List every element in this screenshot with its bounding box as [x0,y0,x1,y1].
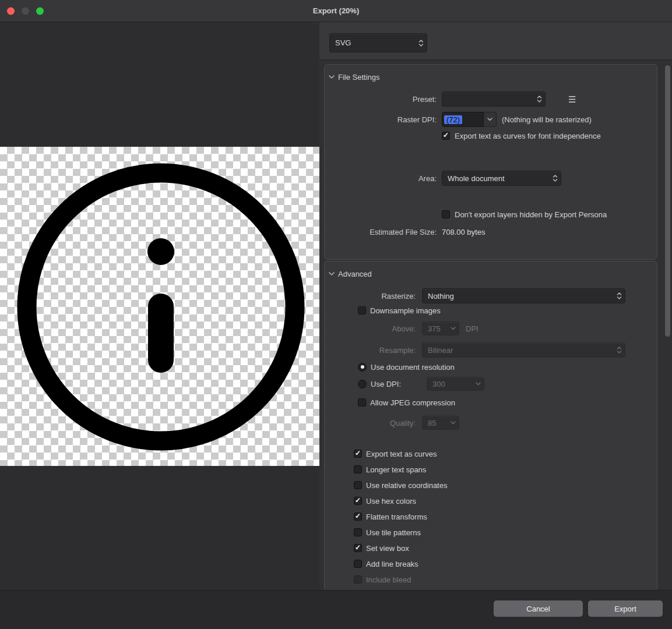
radio-button[interactable] [358,380,367,388]
preset-label: Preset: [325,95,437,104]
checkbox[interactable] [354,513,362,521]
raster-dpi-row: Raster DPI: (72) (Nothing will be raster… [325,112,657,127]
radio-row-use-document-resolution[interactable]: Use document resolution [358,362,657,372]
chevron-down-icon [487,118,492,121]
checkbox[interactable] [358,306,366,314]
resample-label: Resample: [325,346,416,355]
checkbox-label: Export text as curves for font independe… [455,132,601,140]
checkbox-label: Include bleed [366,575,411,584]
raster-dpi-selected-text: (72) [444,115,462,124]
checkbox-label: Export text as curves [366,450,437,458]
area-label: Area: [325,174,437,183]
checkbox[interactable] [354,465,362,473]
minimize-window-button [22,7,29,15]
raster-dpi-input[interactable]: (72) [442,112,484,127]
cancel-button[interactable]: Cancel [494,600,583,617]
resample-select: Bilinear [422,342,625,358]
checkbox[interactable] [354,560,362,568]
above-dpi-value: 375 [428,324,451,333]
preset-select[interactable] [442,91,546,107]
rasterize-select[interactable]: Nothing [422,288,625,303]
format-select-value: SVG [335,38,418,47]
area-select-value: Whole document [448,174,553,183]
checkbox-row-downsample-images[interactable]: Downsample images [358,305,657,316]
use-dpi-value: 300 [432,380,476,388]
checkbox-label: Flatten transforms [366,513,427,521]
estimated-file-size-label: Estimated File Size: [325,228,437,236]
checkbox-label: Longer text spans [366,465,426,474]
titlebar: Export (20%) [0,0,672,22]
checkbox[interactable] [354,497,362,505]
stepper-icon [617,292,622,300]
section-title: Advanced [338,270,372,278]
checkbox[interactable] [442,210,450,218]
quality-row: Quality: 85 [325,416,657,430]
checkbox-row-add-line-breaks[interactable]: Add line breaks [354,559,657,569]
zoom-window-button[interactable] [36,7,44,15]
checkbox-row-allow-jpeg-compression[interactable]: Allow JPEG compression [358,397,657,408]
raster-dpi-note: (Nothing will be rasterized) [502,115,592,124]
checkbox[interactable] [442,132,450,140]
checkbox[interactable] [358,398,366,407]
traffic-lights [7,7,44,15]
area-select[interactable]: Whole document [442,171,561,186]
checkbox[interactable] [354,528,362,536]
export-preview-area [0,22,319,590]
radio-label: Use DPI: [371,380,423,388]
chevron-down-icon [451,327,456,330]
checkbox-row-longer-text-spans[interactable]: Longer text spans [354,464,657,475]
radio-row-use-dpi[interactable]: Use DPI: 300 [358,377,657,391]
preset-row: Preset: ☰ [325,91,657,107]
checkbox-row-include-bleed: Include bleed [354,574,657,585]
advanced-header[interactable]: Advanced [325,267,657,280]
checkbox-row-use-relative-coordinates[interactable]: Use relative coordinates [354,480,657,490]
checkbox-row-export-text-as-curves[interactable]: Export text as curves [354,448,657,459]
scrollbar-thumb[interactable] [665,65,670,337]
document-preview-canvas[interactable] [0,147,319,466]
section-title: File Settings [338,73,380,82]
format-select[interactable]: SVG [329,33,427,52]
checkbox-label: Use tile patterns [366,528,421,537]
area-row: Area: Whole document [325,171,657,186]
checkbox[interactable] [354,481,362,489]
export-button[interactable]: Export [588,600,663,617]
quality-value: 85 [428,419,451,427]
checkbox-row-use-hex-colors[interactable]: Use hex colors [354,496,657,506]
checkbox[interactable] [354,544,362,552]
quality-select: 85 [422,416,459,430]
checkbox-label: Don't export layers hidden by Export Per… [455,210,607,219]
estimated-file-size-row: Estimated File Size: 708.00 bytes [325,227,657,237]
checkbox-row-dont-export-hidden-layers[interactable]: Don't export layers hidden by Export Per… [442,209,657,220]
dialog-footer: Cancel Export [0,590,672,629]
checkbox-row-use-tile-patterns[interactable]: Use tile patterns [354,527,657,538]
checkbox[interactable] [354,450,362,458]
file-settings-section: File Settings Preset: ☰ Raster DPI: [324,64,657,260]
info-icon-artwork [0,147,319,466]
radio-button[interactable] [358,363,367,372]
stepper-icon [617,346,622,354]
file-settings-header[interactable]: File Settings [325,70,657,83]
use-dpi-select: 300 [427,377,484,391]
export-settings-panel: SVG File Settings Preset: [319,22,672,590]
checkbox-row-export-text-as-curves-font[interactable]: Export text as curves for font independe… [442,130,657,141]
checkbox-row-flatten-transforms[interactable]: Flatten transforms [354,511,657,522]
checkbox-label: Set view box [366,544,409,553]
chevron-down-icon [476,382,481,386]
raster-dpi-combobox[interactable]: (72) [442,112,497,127]
above-dpi-row: Above: 375 DPI [325,321,657,335]
raster-dpi-dropdown-button[interactable] [484,112,497,127]
settings-scroll-area: File Settings Preset: ☰ Raster DPI: [319,60,672,590]
above-label: Above: [325,324,416,333]
chevron-down-icon [329,272,335,275]
radio-label: Use document resolution [371,363,455,372]
advanced-section: Advanced Rasterize: Nothing Downsample i… [324,261,657,590]
resample-row: Resample: Bilinear [325,342,657,358]
chevron-down-icon [451,421,456,425]
preset-menu-icon[interactable]: ☰ [568,95,576,104]
checkbox-row-set-view-box[interactable]: Set view box [354,543,657,553]
dpi-unit-label: DPI [466,324,479,333]
checkbox-label: Use relative coordinates [366,481,447,490]
close-window-button[interactable] [7,7,15,15]
checkbox-label: Allow JPEG compression [370,398,455,407]
export-dialog: Export (20%) SVG [0,0,672,629]
